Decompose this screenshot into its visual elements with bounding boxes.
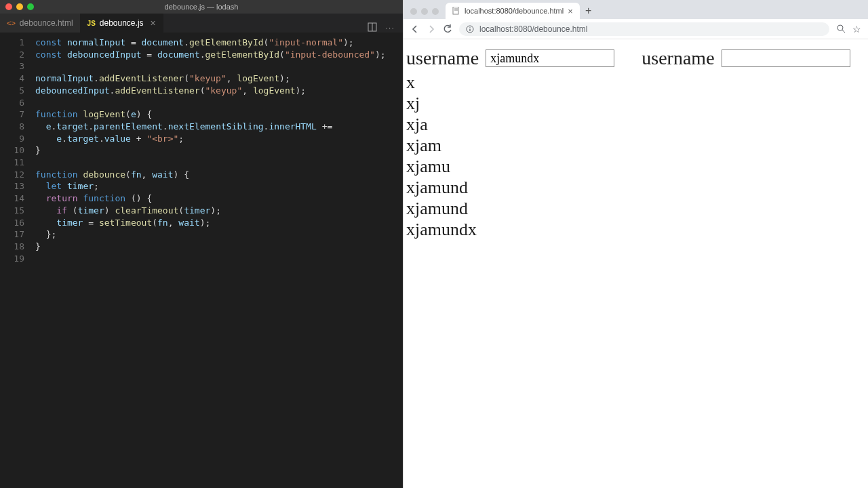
back-button[interactable] — [410, 24, 420, 34]
editor-tabbar: <> debounce.html JS debounce.js × ··· — [0, 14, 403, 33]
line-number-gutter: 12345678910111213141516171819 — [0, 37, 35, 488]
browser-tabbar: localhost:8080/debounce.html × + — [403, 0, 868, 19]
log-line: xjam — [406, 135, 614, 156]
browser-tab-title: localhost:8080/debounce.html — [465, 7, 564, 15]
input-normal[interactable] — [486, 49, 614, 67]
site-info-icon[interactable] — [466, 25, 474, 33]
maximize-icon[interactable] — [432, 8, 439, 15]
close-icon[interactable] — [5, 3, 12, 10]
svg-line-9 — [842, 30, 845, 33]
log-line: xjamu — [406, 156, 614, 177]
more-actions-icon[interactable]: ··· — [385, 22, 395, 33]
code-editor[interactable]: 12345678910111213141516171819 const norm… — [0, 33, 403, 488]
log-line: xjamundx — [406, 219, 614, 240]
bookmark-icon[interactable]: ☆ — [852, 24, 861, 35]
minimize-icon[interactable] — [421, 8, 428, 15]
address-bar[interactable]: localhost:8080/debounce.html — [459, 22, 829, 36]
page-content: username xxjxjaxjamxjamuxjamundxjamundxj… — [403, 39, 868, 488]
log-line: x — [406, 72, 614, 93]
reload-button[interactable] — [443, 24, 452, 34]
vscode-window: debounce.js — lodash <> debounce.html JS… — [0, 0, 403, 488]
tab-label: debounce.js — [100, 18, 144, 28]
log-line: xja — [406, 114, 614, 135]
log-line: xj — [406, 93, 614, 114]
browser-tab[interactable]: localhost:8080/debounce.html × — [446, 3, 580, 19]
input-debounced[interactable] — [722, 49, 850, 67]
close-tab-icon[interactable]: × — [151, 18, 156, 28]
username-label-normal: username — [406, 47, 479, 69]
vscode-titlebar: debounce.js — lodash — [0, 0, 403, 14]
tab-debounce-js[interactable]: JS debounce.js × — [81, 14, 163, 33]
close-icon[interactable] — [410, 8, 417, 15]
log-line: xjamund — [406, 198, 614, 219]
browser-window: localhost:8080/debounce.html × + localho… — [403, 0, 868, 488]
page-favicon — [452, 7, 460, 15]
minimize-icon[interactable] — [16, 3, 23, 10]
new-tab-button[interactable]: + — [580, 5, 597, 17]
window-title: debounce.js — lodash — [0, 3, 403, 11]
log-line: xjamund — [406, 177, 614, 198]
js-file-icon: JS — [87, 20, 96, 27]
forward-button[interactable] — [427, 24, 436, 34]
svg-point-8 — [837, 25, 843, 30]
browser-toolbar: localhost:8080/debounce.html ☆ — [403, 19, 868, 39]
debounced-column: username — [642, 47, 850, 72]
maximize-icon[interactable] — [27, 3, 34, 10]
zoom-icon[interactable] — [836, 24, 846, 35]
svg-point-6 — [469, 27, 471, 28]
username-label-debounced: username — [642, 47, 714, 69]
code-content: const normalInput = document.getElementB… — [35, 37, 403, 488]
html-file-icon: <> — [7, 19, 16, 27]
tab-debounce-html[interactable]: <> debounce.html — [0, 14, 81, 33]
split-editor-icon[interactable] — [368, 22, 377, 33]
close-tab-icon[interactable]: × — [568, 7, 573, 16]
url-text: localhost:8080/debounce.html — [479, 24, 587, 34]
tab-label: debounce.html — [20, 18, 73, 28]
normal-log: xxjxjaxjamxjamuxjamundxjamundxjamundx — [406, 72, 614, 240]
normal-column: username xxjxjaxjamxjamuxjamundxjamundxj… — [406, 47, 614, 240]
